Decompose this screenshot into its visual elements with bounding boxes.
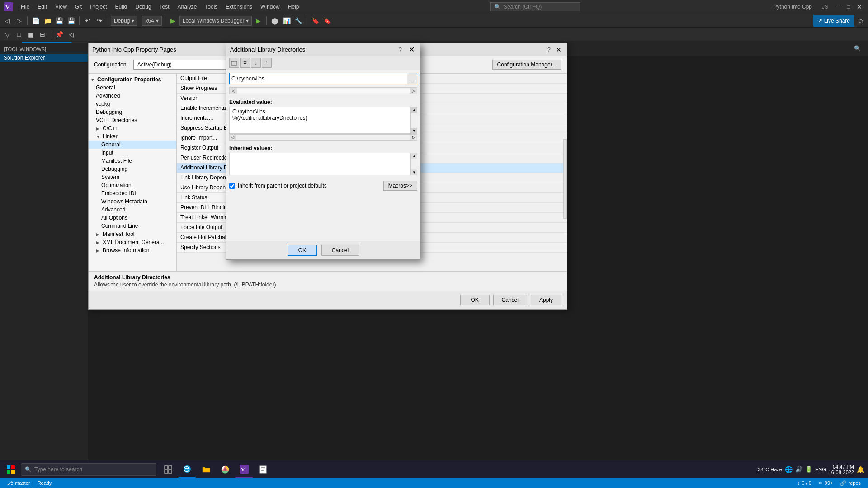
- lib-hscroll[interactable]: ◁ ▷: [229, 87, 417, 94]
- pin-btn[interactable]: 📌: [54, 29, 65, 40]
- file-explorer-btn[interactable]: [197, 461, 215, 478]
- perf-btn[interactable]: 📊: [281, 15, 292, 26]
- taskbar-search[interactable]: 🔍 Type here to search: [21, 463, 156, 476]
- open-btn[interactable]: 📁: [42, 15, 53, 26]
- ok-btn[interactable]: OK: [460, 295, 490, 305]
- menu-project[interactable]: Project: [86, 2, 110, 12]
- move-down-btn[interactable]: ↓: [251, 58, 261, 68]
- notification-icon[interactable]: 🔔: [857, 466, 864, 473]
- inherit-label[interactable]: Inherit from parent or project defaults: [238, 183, 327, 189]
- tree-cmd-line[interactable]: Command Line: [89, 222, 176, 230]
- inh-scroll-down[interactable]: ▼: [411, 169, 417, 175]
- tree-vc-dirs[interactable]: VC++ Directories: [89, 116, 176, 124]
- scroll-right-btn[interactable]: ▷: [410, 88, 417, 94]
- restore-btn[interactable]: □: [844, 2, 854, 12]
- breakpoints-btn[interactable]: ⬤: [269, 15, 280, 26]
- tree-debugging[interactable]: Debugging: [89, 108, 176, 116]
- nav-back-btn[interactable]: ◁: [66, 29, 76, 40]
- menu-edit[interactable]: Edit: [34, 2, 51, 12]
- menu-debug[interactable]: Debug: [132, 2, 155, 12]
- status-repo[interactable]: 🔗 repos: [836, 480, 864, 486]
- undo-btn[interactable]: ↶: [82, 15, 93, 26]
- redo-btn[interactable]: ↷: [94, 15, 105, 26]
- menu-git[interactable]: Git: [71, 2, 85, 12]
- edge-btn[interactable]: [178, 461, 196, 478]
- config-manager-btn[interactable]: Configuration Manager...: [492, 60, 561, 70]
- tree-general[interactable]: General: [89, 84, 176, 92]
- eval-scroll-left[interactable]: ◁: [230, 135, 236, 140]
- start-button[interactable]: [2, 461, 20, 478]
- save-btn[interactable]: 💾: [54, 15, 65, 26]
- apply-btn[interactable]: Apply: [531, 295, 561, 305]
- tree-system[interactable]: System: [89, 173, 176, 181]
- tree-xml-doc[interactable]: ▶ XML Document Genera...: [89, 238, 176, 246]
- new-file-btn[interactable]: 📄: [30, 15, 41, 26]
- battery-icon[interactable]: 🔋: [805, 466, 812, 473]
- move-up-btn[interactable]: ↑: [262, 58, 272, 68]
- close-window-btn[interactable]: ✕: [854, 2, 864, 12]
- minimize-btn[interactable]: ─: [833, 2, 843, 12]
- eval-hscroll[interactable]: ◁ ▷: [229, 134, 417, 141]
- cancel-btn[interactable]: Cancel: [493, 295, 527, 305]
- search-editor-icon[interactable]: 🔍: [850, 45, 864, 52]
- tree-browse-info[interactable]: ▶ Browse Information: [89, 246, 176, 254]
- property-dialog-close[interactable]: ✕: [554, 45, 563, 54]
- collapse-btn[interactable]: ▽: [2, 29, 13, 40]
- tree-advanced[interactable]: Advanced: [89, 92, 176, 100]
- inherit-checkbox[interactable]: [229, 183, 235, 189]
- lib-browse-btn[interactable]: ...: [407, 73, 417, 84]
- inh-scroll-up[interactable]: ▲: [411, 153, 417, 159]
- config-dropdown[interactable]: Debug ▾: [111, 16, 137, 26]
- status-errors[interactable]: ✏ 99+: [815, 480, 837, 486]
- menu-test[interactable]: Test: [156, 2, 173, 12]
- tree-manifest-file[interactable]: Manifest File: [89, 157, 176, 165]
- speaker-icon[interactable]: 🔊: [795, 466, 802, 473]
- tree-config-props[interactable]: ▼ Configuration Properties: [89, 75, 176, 84]
- menu-view[interactable]: View: [52, 2, 71, 12]
- menu-window[interactable]: Window: [257, 2, 283, 12]
- bookmark-btn[interactable]: 🔖: [310, 15, 321, 26]
- diag-btn[interactable]: 🔧: [293, 15, 304, 26]
- menu-help[interactable]: Help: [284, 2, 303, 12]
- eval-scroll-up[interactable]: ▲: [411, 107, 417, 113]
- continue-btn[interactable]: ▶: [253, 15, 264, 26]
- bookmark2-btn[interactable]: 🔖: [321, 15, 332, 26]
- feedback-btn[interactable]: ☺: [855, 15, 866, 26]
- status-branch[interactable]: ⎇ master: [4, 480, 34, 486]
- network-icon[interactable]: 🌐: [785, 466, 793, 473]
- tree-vcpkg[interactable]: vcpkg: [89, 100, 176, 108]
- play-btn[interactable]: ▶: [168, 15, 179, 26]
- tree-cpp[interactable]: ▶ C/C++: [89, 124, 176, 132]
- solution-explorer-item[interactable]: Solution Explorer: [0, 54, 88, 62]
- clock-display[interactable]: 04:47 PM 16-08-2022: [829, 464, 854, 475]
- menu-file[interactable]: File: [17, 2, 33, 12]
- menu-analyze[interactable]: Analyze: [174, 2, 201, 12]
- lib-entry-input[interactable]: [230, 75, 407, 83]
- scroll-left-btn[interactable]: ◁: [230, 88, 237, 94]
- tree-dbg[interactable]: Debugging: [89, 165, 176, 173]
- modal-close-btn[interactable]: ✕: [406, 45, 416, 55]
- tree-embedded-idl[interactable]: Embedded IDL: [89, 189, 176, 197]
- configuration-select[interactable]: Active(Debug): [133, 60, 242, 70]
- search-box[interactable]: 🔍 Search (Ctrl+Q): [490, 2, 580, 11]
- platform-dropdown[interactable]: x64 ▾: [142, 16, 161, 26]
- status-lines[interactable]: ↕ 0 / 0: [794, 480, 815, 486]
- notepad-btn[interactable]: [254, 461, 272, 478]
- tree-linker-general[interactable]: General: [89, 141, 176, 149]
- split-btn[interactable]: ⊟: [37, 29, 48, 40]
- save-all-btn[interactable]: 💾: [66, 15, 76, 26]
- chrome-btn[interactable]: [216, 461, 234, 478]
- modal-cancel-btn[interactable]: Cancel: [321, 245, 359, 256]
- tree-win-meta[interactable]: Windows Metadata: [89, 197, 176, 206]
- modal-ok-btn[interactable]: OK: [288, 245, 317, 256]
- tree-linker[interactable]: ▼ Linker: [89, 132, 176, 141]
- macros-btn[interactable]: Macros>>: [383, 181, 417, 191]
- eval-scroll-right[interactable]: ▷: [410, 135, 417, 140]
- status-ready[interactable]: Ready: [34, 480, 56, 486]
- modal-help-icon[interactable]: ?: [398, 46, 402, 53]
- vs-taskbar-btn[interactable]: V: [235, 461, 253, 478]
- delete-entry-btn[interactable]: ✕: [240, 58, 250, 68]
- debugger-dropdown[interactable]: Local Windows Debugger ▾: [179, 16, 252, 26]
- menu-extensions[interactable]: Extensions: [222, 2, 256, 12]
- help-icon[interactable]: ?: [547, 46, 551, 53]
